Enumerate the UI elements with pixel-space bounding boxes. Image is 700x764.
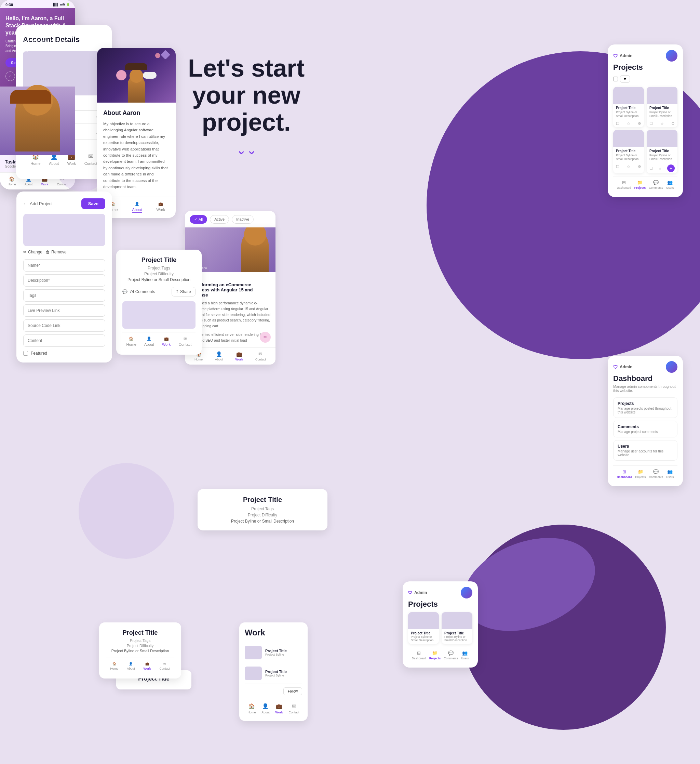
work-detail-title: Transforming an eCommerce Business with … xyxy=(190,282,271,297)
about-nav-work[interactable]: 💼 Work xyxy=(156,202,165,213)
card1-star-icon[interactable]: ☆ xyxy=(627,121,630,126)
admin-dashboard-bottom-nav: ⊞ Dashboard 📁 Projects 💬 Comments 👥 User… xyxy=(613,465,677,481)
follow-button[interactable]: Follow xyxy=(283,687,302,695)
phone-nav-home[interactable]: 🏠 Home xyxy=(8,176,16,186)
filter-active[interactable]: Active xyxy=(210,215,229,224)
wp-nav-contact[interactable]: ✉ Contact xyxy=(289,703,299,714)
card1-gear-icon[interactable]: ⚙ xyxy=(638,121,641,126)
project-card-3: Project Title Project Byline or Small De… xyxy=(613,130,644,174)
admin-p2-nav-comments[interactable]: 💬 Comments xyxy=(444,650,458,660)
admin-nav-dashboard[interactable]: ⊞ Dashboard xyxy=(617,180,631,189)
projects-grid: Project Title Project Byline or Small De… xyxy=(613,87,677,174)
admin-p2-nav-users[interactable]: 👥 Users xyxy=(461,650,469,660)
pd-home-icon: 🏠 xyxy=(129,337,134,341)
dashboard-comments-section[interactable]: Comments Manage project comments xyxy=(613,421,677,437)
name-input[interactable] xyxy=(23,259,105,272)
pd-nav-contact[interactable]: ✉ Contact xyxy=(179,337,192,346)
project-tags-bottom: Project Tags xyxy=(205,506,320,511)
card1-checkbox-icon[interactable]: ☐ xyxy=(616,121,619,126)
pd-nav-work[interactable]: 💼 Work xyxy=(162,337,170,346)
share-button[interactable]: ⤴ Share xyxy=(172,287,195,296)
pd-about-icon: 👤 xyxy=(147,337,152,341)
project-card-2-image xyxy=(647,87,677,104)
select-dropdown[interactable]: ▼ xyxy=(620,75,630,83)
admin-p2-header: 🛡 Admin xyxy=(408,587,472,598)
pd-nav-home[interactable]: 🏠 Home xyxy=(127,337,136,346)
project-card-2-body: Project Title Project Byline or Small De… xyxy=(647,104,677,120)
admin-nav-projects[interactable]: 📁 Projects xyxy=(634,180,646,189)
admin-nav-users[interactable]: 👥 Users xyxy=(666,180,674,189)
pwt-nav-about[interactable]: 👤 About xyxy=(127,662,135,670)
wp-nav-home[interactable]: 🏠 Home xyxy=(247,703,256,714)
add-project-change-button[interactable]: ✏ Change xyxy=(23,250,42,254)
wp-nav-work[interactable]: 💼 Work xyxy=(275,703,283,714)
select-all-checkbox[interactable] xyxy=(613,77,618,81)
card2-checkbox-icon[interactable]: ☐ xyxy=(649,121,653,126)
add-project-remove-button[interactable]: 🗑 Remove xyxy=(46,250,67,254)
edit-fab[interactable]: ✏ xyxy=(260,332,271,343)
wd-nav-work[interactable]: 💼 Work xyxy=(236,351,243,361)
check-icon: ✓ xyxy=(194,217,197,222)
work-list-item-1[interactable]: Project Title Project Byline xyxy=(245,642,302,663)
pwt-nav-work[interactable]: 💼 Work xyxy=(143,662,151,670)
shape-circle-1 xyxy=(116,70,127,80)
dashboard-nav-users[interactable]: 👥 Users xyxy=(666,469,674,479)
admin-p2-card-1: Project Title Project Byline or Small De… xyxy=(408,612,439,644)
filter-inactive[interactable]: Inactive xyxy=(232,215,254,224)
admin-p2-avatar xyxy=(461,587,472,598)
description-input[interactable] xyxy=(23,274,105,286)
source-code-input[interactable] xyxy=(23,319,105,332)
content-input[interactable] xyxy=(23,335,105,347)
project-title-bottom: Project Title xyxy=(205,496,320,504)
wp-home-icon: 🏠 xyxy=(248,703,255,709)
wd-nav-contact[interactable]: ✉ Contact xyxy=(255,351,266,361)
filter-all[interactable]: ✓ All xyxy=(190,215,207,224)
admin-p2-nav: ⊞ Dashboard 📁 Projects 💬 Comments 👥 User… xyxy=(408,647,472,662)
comment-icon: 💬 xyxy=(122,289,128,294)
shape-circle-2 xyxy=(155,53,160,58)
admin-p2-nav-dashboard[interactable]: ⊞ Dashboard xyxy=(412,650,426,660)
back-button[interactable]: ← Add Project xyxy=(23,201,53,206)
project-detail-difficulty: Project Difficulty xyxy=(122,272,195,276)
about-content: About Aaron My objective is to secure a … xyxy=(97,103,176,197)
card3-star-icon[interactable]: ☆ xyxy=(627,164,630,169)
card3-gear-icon[interactable]: ⚙ xyxy=(638,164,641,169)
dashboard-nav-dashboard[interactable]: ⊞ Dashboard xyxy=(617,469,632,479)
project-detail-nav: 🏠 Home 👤 About 💼 Work ✉ Contact xyxy=(122,332,195,348)
phone-icon-circle-1[interactable]: ○ xyxy=(5,72,15,81)
admin-dashboard-panel: 🛡 Admin Dashboard Manage admin component… xyxy=(608,356,683,486)
pwt-nav-home[interactable]: 🏠 Home xyxy=(110,662,118,670)
tags-input[interactable] xyxy=(23,289,105,302)
battery-icon: 🔋 xyxy=(66,3,70,7)
wd-nav-about[interactable]: 👤 About xyxy=(215,351,223,361)
admin-nav-comments[interactable]: 💬 Comments xyxy=(649,180,663,189)
back-icon: ← xyxy=(23,201,28,206)
save-button[interactable]: Save xyxy=(81,198,105,209)
dashboard-projects-section[interactable]: Projects Manage projects posted througho… xyxy=(613,398,677,418)
work-page-panel: Work Project Title Project Byline Projec… xyxy=(239,622,308,721)
dashboard-nav-comments[interactable]: 💬 Comments xyxy=(649,469,663,479)
featured-checkbox[interactable] xyxy=(23,351,28,356)
pwt-tags: Project Tags xyxy=(106,639,174,643)
card2-gear-icon[interactable]: ⚙ xyxy=(671,121,675,126)
about-nav-about[interactable]: 👤 About xyxy=(132,202,142,213)
shape-diamond xyxy=(161,50,170,59)
wp-nav-about[interactable]: 👤 About xyxy=(261,703,270,714)
card2-star-icon[interactable]: ☆ xyxy=(660,121,664,126)
pd-nav-about[interactable]: 👤 About xyxy=(144,337,154,346)
pwt-nav-contact[interactable]: ✉ Contact xyxy=(159,662,170,670)
card3-checkbox-icon[interactable]: ☐ xyxy=(616,164,619,169)
dashboard-users-section[interactable]: Users Manage user accounts for this webs… xyxy=(613,440,677,461)
dashboard-nav-projects[interactable]: 📁 Projects xyxy=(635,469,646,479)
add-project-plus-button[interactable]: + xyxy=(667,164,675,172)
live-preview-input[interactable] xyxy=(23,304,105,317)
admin-p2-nav-projects[interactable]: 📁 Projects xyxy=(429,650,441,660)
card4-star-icon[interactable]: ☆ xyxy=(658,166,662,171)
about-text-1: My objective is to secure a challenging … xyxy=(103,121,170,190)
work-item-1-info: Project Title Project Byline xyxy=(265,649,287,656)
card4-checkbox-icon[interactable]: ☐ xyxy=(649,166,653,171)
work-list-item-2[interactable]: Project Title Project Byline xyxy=(245,663,302,684)
account-nav-contact[interactable]: ✉ Contact xyxy=(84,152,97,166)
phone-status-icons: ▐▌▌ wifi 🔋 xyxy=(52,3,70,7)
comments-button[interactable]: 💬 74 Comments xyxy=(122,289,155,294)
